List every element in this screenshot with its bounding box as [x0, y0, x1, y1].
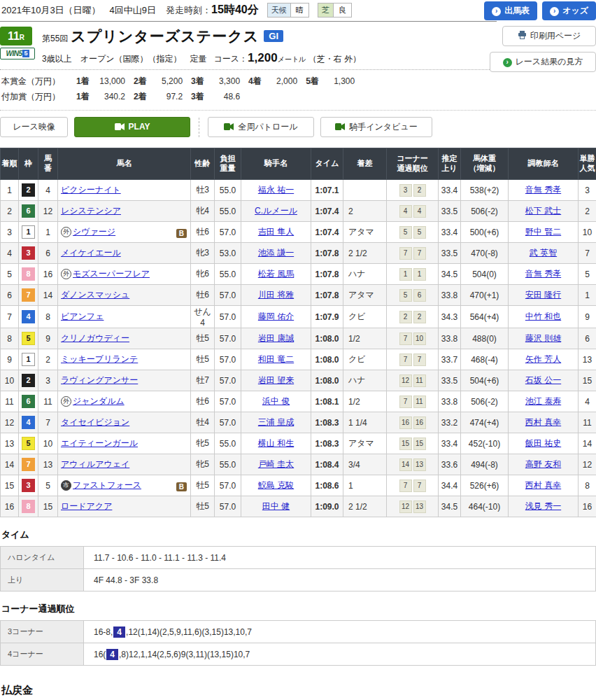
finish-position: 10: [1, 370, 19, 391]
trainer-link[interactable]: 高野 友和: [525, 459, 561, 469]
trainer-link[interactable]: 石坂 公一: [525, 375, 561, 385]
trainer-link[interactable]: 矢作 芳人: [525, 354, 561, 364]
horse-mark-icon: 外: [61, 269, 71, 279]
jockey-link[interactable]: 和田 竜二: [258, 354, 294, 364]
corner-order-cell: 32: [387, 180, 439, 201]
finish-time: 1:07.4: [311, 201, 343, 222]
trainer-link[interactable]: 松下 武士: [525, 206, 561, 216]
jockey-link[interactable]: 浜中 俊: [262, 396, 290, 406]
corner-order-cell: 711: [387, 391, 439, 412]
horse-link[interactable]: アウィルアウェイ: [61, 459, 129, 469]
course-unit: メートル: [278, 55, 306, 63]
horse-link[interactable]: エイティーンガール: [61, 438, 138, 448]
frame-cell: 2: [19, 180, 38, 201]
table-row: 859クリノガウディー牡557.0岩田 康誠1:08.01/271033.848…: [1, 328, 596, 349]
horse-link[interactable]: ミッキーブリランテ: [61, 354, 138, 364]
result-guide-button[interactable]: ›レース結果の見方: [490, 52, 596, 72]
jockey-link[interactable]: 吉田 隼人: [258, 227, 294, 237]
corner-order-cell: 22: [387, 306, 439, 328]
odds-button[interactable]: ›オッズ: [542, 1, 596, 20]
finish-position: 2: [1, 201, 19, 222]
last-3f: 33.5: [439, 243, 461, 264]
last-3f: 33.4: [439, 433, 461, 454]
carried-weight: 55.0: [215, 201, 241, 222]
jockey-link[interactable]: 川田 将雅: [258, 290, 294, 300]
horse-link[interactable]: ダノンスマッシュ: [61, 290, 129, 300]
horse-mark-icon: 市: [61, 480, 71, 491]
horse-link[interactable]: ビアンフェ: [61, 312, 104, 321]
last-3f: 33.8: [439, 328, 461, 349]
horse-number: 16: [38, 264, 58, 285]
time-table: ハロンタイム 11.7 - 10.6 - 11.0 - 11.1 - 11.3 …: [0, 546, 596, 592]
patrol-video-button[interactable]: 全周パトロール: [208, 117, 314, 137]
trainer-cell: 西村 真幸: [509, 412, 579, 433]
horse-link[interactable]: ピクシーナイト: [61, 185, 121, 195]
horse-link[interactable]: タイセイビジョン: [61, 417, 129, 427]
jockey-link[interactable]: C.ルメール: [255, 206, 297, 216]
trainer-link[interactable]: 池江 泰寿: [525, 396, 561, 406]
table-row: 124ピクシーナイト牡355.0福永 祐一1:07.13233.4538(+2)…: [1, 180, 596, 201]
trainer-cell: 浅見 秀一: [509, 496, 579, 517]
trainer-link[interactable]: 野中 賢二: [525, 227, 561, 237]
jockey-link[interactable]: 横山 和生: [258, 438, 294, 448]
margin: 2: [343, 201, 387, 222]
jockey-link[interactable]: 松若 風馬: [258, 269, 294, 279]
last-3f: 34.4: [439, 475, 461, 496]
horse-link[interactable]: レシステンシア: [61, 206, 121, 216]
jockey-interview-button[interactable]: 騎手インタビュー: [320, 117, 432, 137]
win5-badge: WIN55: [0, 48, 35, 59]
jockey-link[interactable]: 田中 健: [262, 501, 290, 511]
horse-weight: 452(-10): [461, 433, 509, 454]
entry-table-button[interactable]: ›出馬表: [484, 1, 537, 20]
horse-link[interactable]: ジャンダルム: [73, 396, 125, 406]
race-video-button[interactable]: レース映像: [0, 117, 68, 137]
jockey-link[interactable]: 藤岡 佑介: [258, 312, 294, 321]
jockey-link[interactable]: 戸崎 圭太: [258, 459, 294, 469]
trainer-link[interactable]: 藤沢 則雄: [525, 333, 561, 343]
trainer-link[interactable]: 中竹 和也: [525, 312, 561, 321]
finish-time: 1:08.0: [311, 370, 343, 391]
trainer-link[interactable]: 西村 真幸: [525, 480, 561, 490]
carried-weight: 57.0: [215, 475, 241, 496]
trainer-cell: 松下 武士: [509, 201, 579, 222]
finish-time: 1:08.6: [311, 475, 343, 496]
carried-weight: 57.0: [215, 328, 241, 349]
trainer-link[interactable]: 安田 隆行: [525, 290, 561, 300]
horse-link[interactable]: ファストフォース: [73, 480, 141, 490]
horse-number: 1: [38, 222, 58, 243]
horse-link[interactable]: クリノガウディー: [61, 333, 129, 343]
sex-age: 牝5: [191, 433, 215, 454]
carried-weight: 55.0: [215, 180, 241, 201]
jockey-link[interactable]: 岩田 望来: [258, 375, 294, 385]
trainer-link[interactable]: 音無 秀孝: [525, 185, 561, 195]
horse-weight: 474(+4): [461, 412, 509, 433]
trainer-link[interactable]: 西村 真幸: [525, 417, 561, 427]
horse-link[interactable]: ラヴィングアンサー: [61, 375, 138, 385]
trainer-cell: 野中 賢二: [509, 222, 579, 243]
horse-link[interactable]: メイケイエール: [61, 248, 121, 258]
trainer-link[interactable]: 武 英智: [530, 248, 557, 258]
horse-link[interactable]: ロードアクア: [61, 501, 112, 511]
jockey-link[interactable]: 鮫島 克駿: [258, 480, 294, 490]
jockey-link[interactable]: 岩田 康誠: [258, 333, 294, 343]
prize-pair: 5着 1,300: [306, 76, 355, 86]
horse-link[interactable]: モズスーパーフレア: [73, 269, 150, 279]
trainer-link[interactable]: 飯田 祐史: [525, 438, 561, 448]
trainer-cell: 高野 友和: [509, 454, 579, 475]
jockey-link[interactable]: 福永 祐一: [258, 185, 294, 195]
play-button[interactable]: PLAY: [74, 117, 190, 137]
trainer-link[interactable]: 音無 秀孝: [525, 269, 561, 279]
jockey-link[interactable]: 三浦 皇成: [258, 417, 294, 427]
trainer-link[interactable]: 浅見 秀一: [525, 501, 561, 511]
odds-label: オッズ: [562, 6, 588, 15]
corner-order-cell: 77: [387, 475, 439, 496]
jockey-link[interactable]: 池添 謙一: [258, 248, 294, 258]
print-page-button[interactable]: 印刷用ページ: [502, 26, 596, 46]
carried-weight: 53.0: [215, 243, 241, 264]
jockey-cell: C.ルメール: [241, 201, 311, 222]
table-row: 311B外シヴァージ牡657.0吉田 隼人1:07.4アタマ5533.4500(…: [1, 222, 596, 243]
last-3f: 34.5: [439, 264, 461, 285]
win-popularity: 10: [579, 222, 596, 243]
horse-link[interactable]: シヴァージ: [73, 227, 115, 237]
last-furlongs-label: 上り: [1, 569, 84, 592]
